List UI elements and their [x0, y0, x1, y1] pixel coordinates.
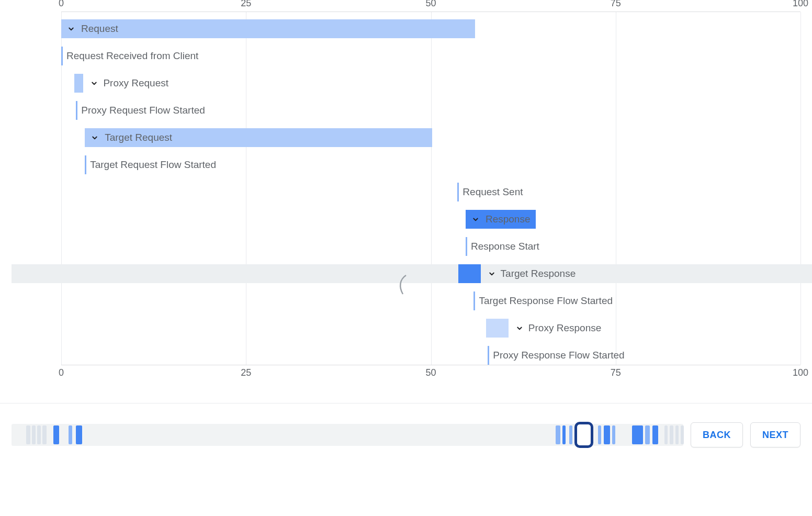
span-bar[interactable] — [458, 264, 481, 283]
chevron-down-icon[interactable] — [66, 24, 76, 33]
timeline-row[interactable]: Proxy Response — [61, 319, 800, 338]
chevron-down-icon[interactable] — [471, 215, 480, 224]
minimap-bar — [37, 425, 41, 444]
event-marker — [457, 183, 459, 201]
row-label: Response — [486, 214, 531, 225]
axis-tick: 50 — [425, 0, 436, 9]
minimap-bar — [675, 425, 679, 444]
minimap-bar — [645, 425, 650, 444]
timeline-row[interactable]: Proxy Request — [61, 74, 800, 93]
timeline-row[interactable]: Target Response Flow Started — [61, 291, 800, 310]
minimap-handle[interactable] — [574, 422, 593, 448]
timeline-row[interactable]: Target Response — [12, 264, 812, 283]
minimap-bar — [53, 425, 60, 444]
next-button[interactable]: NEXT — [750, 422, 800, 447]
event-marker — [61, 47, 63, 65]
chevron-down-icon[interactable] — [515, 323, 524, 333]
timeline-row[interactable]: Request Sent — [61, 183, 800, 201]
chevron-down-icon[interactable] — [90, 133, 99, 142]
minimap-bar — [612, 425, 615, 444]
axis-tick: 0 — [59, 0, 64, 9]
trace-timeline-chart: 0255075100 RequestRequest Received from … — [12, 0, 800, 377]
minimap-bar — [652, 425, 659, 444]
minimap-bar — [69, 425, 72, 444]
axis-tick: 75 — [611, 367, 621, 378]
event-marker — [76, 101, 77, 120]
timeline-row[interactable]: Request — [61, 19, 800, 38]
timeline-row[interactable]: Target Request — [61, 128, 800, 147]
minimap-bar — [598, 425, 601, 444]
span-bar[interactable]: Request — [61, 19, 475, 38]
row-label: Request Sent — [463, 186, 523, 198]
row-label: Target Request — [105, 132, 172, 143]
event-marker — [473, 291, 475, 310]
minimap-bar — [76, 425, 82, 444]
span-bar[interactable]: Response — [466, 210, 536, 229]
minimap-bar — [26, 425, 30, 444]
row-label: Proxy Request Flow Started — [81, 105, 205, 116]
minimap-bar — [681, 425, 684, 444]
row-label: Target Response Flow Started — [479, 295, 613, 307]
axis-tick: 100 — [793, 0, 808, 9]
footer-bar: BACK NEXT — [0, 403, 812, 447]
row-label: Proxy Request — [103, 77, 168, 89]
row-label: Response Start — [471, 241, 539, 252]
row-label: Target Request Flow Started — [90, 159, 216, 171]
row-label: Request Received from Client — [66, 50, 198, 62]
chevron-down-icon[interactable] — [487, 269, 497, 278]
minimap-bar — [670, 425, 673, 444]
timeline-row[interactable]: Request Received from Client — [61, 47, 800, 65]
event-marker — [488, 346, 489, 365]
event-marker — [466, 237, 467, 256]
timeline-row[interactable]: Response Start — [61, 237, 800, 256]
minimap-bar — [604, 425, 610, 444]
minimap-bar — [32, 425, 36, 444]
event-marker — [85, 155, 86, 174]
span-bar[interactable]: Target Request — [85, 128, 432, 147]
timeline-row[interactable]: Proxy Request Flow Started — [61, 101, 800, 120]
timeline-row[interactable]: Response — [61, 210, 800, 229]
minimap-bar — [569, 425, 572, 444]
minimap[interactable] — [12, 424, 683, 446]
axis-tick: 25 — [241, 367, 251, 378]
minimap-bar — [664, 425, 668, 444]
minimap-bar — [556, 425, 560, 444]
timeline-row[interactable]: Proxy Response Flow Started — [61, 346, 800, 365]
axis-tick: 75 — [611, 0, 621, 9]
span-bar[interactable] — [74, 74, 83, 93]
axis-tick: 25 — [241, 0, 251, 9]
axis-tick: 100 — [793, 367, 808, 378]
timeline-plot: RequestRequest Received from ClientProxy… — [61, 12, 800, 365]
back-button[interactable]: BACK — [691, 422, 743, 447]
minimap-bar — [562, 425, 566, 444]
chevron-down-icon[interactable] — [89, 78, 99, 88]
row-label: Target Response — [501, 268, 576, 279]
row-label: Request — [81, 23, 118, 35]
axis-tick: 0 — [59, 367, 64, 378]
minimap-bar — [42, 425, 47, 444]
row-label: Proxy Response Flow Started — [493, 350, 624, 361]
axis-tick: 50 — [425, 367, 436, 378]
span-bar[interactable] — [486, 319, 508, 338]
minimap-bar — [632, 425, 643, 444]
timeline-row[interactable]: Target Request Flow Started — [61, 155, 800, 174]
row-label: Proxy Response — [528, 322, 601, 334]
